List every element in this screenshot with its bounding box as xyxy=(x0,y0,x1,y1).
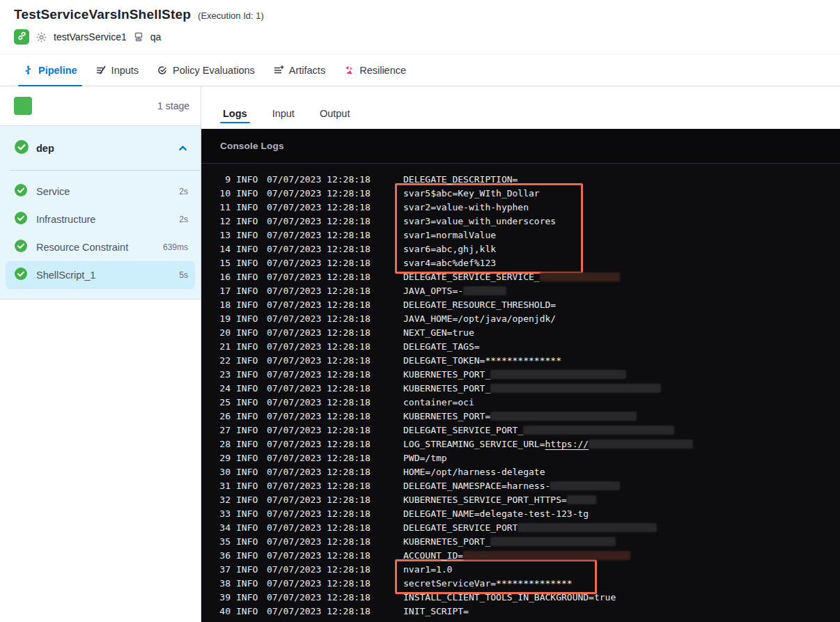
log-text: DELEGATE_SERVICE_PORT xyxy=(403,522,518,533)
log-link[interactable]: https:// xyxy=(545,439,589,449)
log-message-text: svar2=value-with-hyphen xyxy=(403,202,529,212)
redacted-value xyxy=(463,551,630,560)
log-level: INFO xyxy=(236,423,258,437)
log-message-text: nvar1=1.0 xyxy=(403,564,452,575)
tab-pipeline[interactable]: Pipeline xyxy=(14,54,86,86)
log-line-number: 23 xyxy=(201,368,231,382)
redacted-value xyxy=(589,440,693,449)
log-level: INFO xyxy=(236,437,258,451)
log-message: INIT_SCRIPT= xyxy=(403,605,469,619)
log-line: 28INFO07/07/2023 12:28:18LOG_STREAMING_S… xyxy=(201,437,840,451)
tab-policy-evaluations[interactable]: Policy Evaluations xyxy=(148,54,264,86)
log-text: JAVA_HOME=/opt/java/openjdk/ xyxy=(403,313,556,324)
log-message-text: DELEGATE_SERVICE_PORT xyxy=(403,522,657,533)
tab-inputs[interactable]: Inputs xyxy=(86,54,148,86)
log-tab-logs[interactable]: Logs xyxy=(220,108,250,129)
log-message-text: KUBERNETES_PORT_ xyxy=(403,383,661,394)
log-text: DELEGATE_TOKEN=************** xyxy=(403,355,561,366)
log-message-text: container=oci xyxy=(403,397,474,407)
log-line-number: 34 xyxy=(201,521,231,535)
log-message-text: INSTALL_CLIENT_TOOLS_IN_BACKGROUND=true xyxy=(403,592,616,602)
step-item-infrastructure[interactable]: Infrastructure2s xyxy=(6,205,195,233)
step-label: ShellScript_1 xyxy=(36,270,95,281)
inputs-icon xyxy=(95,65,107,76)
log-line: 26INFO07/07/2023 12:28:18KUBERNETES_PORT… xyxy=(201,410,840,423)
log-message: LOG_STREAMING_SERVICE_URL=https:// xyxy=(403,437,693,451)
console-log-area[interactable]: 9INFO07/07/2023 12:28:18DELEGATE_DESCRIP… xyxy=(201,164,840,622)
stage-summary-row: 1 stage xyxy=(0,86,201,126)
log-message-text: DELEGATE_NAME=delegate-test-123-tg xyxy=(403,508,589,519)
log-level: INFO xyxy=(236,451,258,465)
log-text: INIT_SCRIPT= xyxy=(403,606,469,616)
log-text: JAVA_OPTS=- xyxy=(403,286,463,296)
chevron-up-icon[interactable] xyxy=(178,143,188,153)
log-line: 10INFO07/07/2023 12:28:18svar5$abc=Key_W… xyxy=(201,187,840,201)
step-item-resource-constraint[interactable]: Resource Constraint639ms xyxy=(6,233,195,261)
log-text: svar3=value_with_underscores xyxy=(403,216,556,226)
log-line-number: 10 xyxy=(201,187,231,201)
check-circle-icon xyxy=(14,139,29,157)
log-timestamp: 07/07/2023 12:28:18 xyxy=(267,256,371,270)
log-message: DELEGATE_TOKEN=************** xyxy=(403,354,561,368)
link-icon xyxy=(17,31,26,43)
log-line: 21INFO07/07/2023 12:28:18DELEGATE_TAGS= xyxy=(201,340,840,354)
log-line-number: 33 xyxy=(201,507,231,521)
divider xyxy=(10,170,201,171)
log-timestamp: 07/07/2023 12:28:18 xyxy=(267,396,371,410)
log-line-number: 32 xyxy=(201,493,231,507)
step-item-service[interactable]: Service2s xyxy=(6,178,195,205)
log-level: INFO xyxy=(236,507,258,521)
log-line: 27INFO07/07/2023 12:28:18DELEGATE_SERVIC… xyxy=(201,423,840,437)
resilience-icon xyxy=(343,65,355,76)
log-text: svar4=abc%def%123 xyxy=(403,258,496,268)
log-message-text: svar3=value_with_underscores xyxy=(403,216,556,226)
log-message-text: secretServiceVar=************** xyxy=(403,578,573,589)
stage-section: dep Service2sInfrastructure2sResource Co… xyxy=(0,126,201,300)
log-line: 30INFO07/07/2023 12:28:18HOME=/opt/harne… xyxy=(201,465,840,479)
log-timestamp: 07/07/2023 12:28:18 xyxy=(267,549,371,563)
log-message: svar6=abc,ghj,klk xyxy=(403,242,496,256)
step-label: Service xyxy=(36,186,70,197)
step-item-shellscript-1[interactable]: ShellScript_15s xyxy=(6,261,195,289)
execution-header: TestServiceVarsInShellStep (Execution Id… xyxy=(0,0,840,54)
step-duration: 5s xyxy=(179,270,188,280)
log-line: 32INFO07/07/2023 12:28:18KUBERNETES_SERV… xyxy=(201,493,840,507)
redacted-value xyxy=(550,481,620,490)
service-name[interactable]: testVarsService1 xyxy=(54,31,127,42)
log-message: svar1=normalValue xyxy=(403,228,496,242)
log-text: PWD=/tmp xyxy=(403,453,447,463)
log-text: nvar1=1.0 xyxy=(403,564,452,575)
log-line: 38INFO07/07/2023 12:28:18secretServiceVa… xyxy=(201,577,840,591)
tab-artifacts[interactable]: Artifacts xyxy=(264,54,334,86)
check-circle-icon xyxy=(14,211,28,228)
log-timestamp: 07/07/2023 12:28:18 xyxy=(267,284,371,298)
policy-evaluations-icon xyxy=(157,65,168,76)
redacted-value xyxy=(490,370,626,379)
log-line-number: 15 xyxy=(201,256,231,270)
log-text: DELEGATE_RESOURCE_THRESHOLD= xyxy=(403,300,556,310)
log-line: 19INFO07/07/2023 12:28:18JAVA_HOME=/opt/… xyxy=(201,312,840,326)
log-level: INFO xyxy=(236,535,258,549)
log-timestamp: 07/07/2023 12:28:18 xyxy=(267,521,371,535)
log-line: 40INFO07/07/2023 12:28:18INIT_SCRIPT= xyxy=(201,605,840,619)
log-message-text: svar6=abc,ghj,klk xyxy=(403,244,496,254)
log-timestamp: 07/07/2023 12:28:18 xyxy=(267,410,371,423)
log-message: secretServiceVar=************** xyxy=(403,577,573,591)
stage-header-dep[interactable]: dep xyxy=(0,126,201,170)
log-level: INFO xyxy=(236,354,258,368)
log-level: INFO xyxy=(236,577,258,591)
log-message-text: DELEGATE_SERVICE_SERVICE_ xyxy=(403,272,620,282)
log-tab-output[interactable]: Output xyxy=(317,108,353,129)
tab-resilience[interactable]: Resilience xyxy=(334,54,415,86)
log-timestamp: 07/07/2023 12:28:18 xyxy=(267,451,371,465)
environment-name[interactable]: qa xyxy=(150,31,162,42)
log-level: INFO xyxy=(236,549,258,563)
log-tab-input[interactable]: Input xyxy=(270,108,297,129)
log-line-number: 9 xyxy=(201,173,231,187)
log-line-number: 36 xyxy=(201,549,231,563)
log-message-text: ACCOUNT_ID= xyxy=(403,550,630,561)
log-message: container=oci xyxy=(403,396,474,410)
service-status-badge xyxy=(14,29,29,45)
log-message-text: DELEGATE_RESOURCE_THRESHOLD= xyxy=(403,300,556,310)
log-timestamp: 07/07/2023 12:28:18 xyxy=(267,507,371,521)
